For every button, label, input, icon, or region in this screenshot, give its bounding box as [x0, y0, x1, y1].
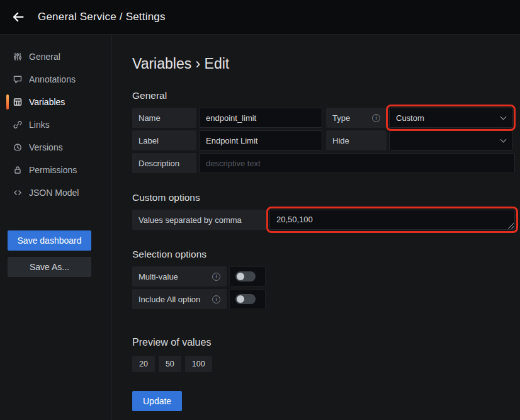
label-hide-row: Label Hide: [132, 130, 515, 150]
values-row: Values separated by comma 20,50,100: [132, 210, 515, 230]
sidebar-item-label: Variables: [29, 97, 65, 107]
sidebar-item-label: General: [29, 52, 60, 62]
description-row: Description: [132, 153, 515, 173]
link-icon: [13, 120, 23, 130]
sidebar-item-general[interactable]: General: [0, 45, 111, 68]
hide-select[interactable]: [389, 130, 512, 150]
info-icon[interactable]: [372, 114, 380, 122]
sidebar-item-versions[interactable]: Versions: [0, 136, 111, 159]
toggle-switch-icon: [235, 271, 256, 281]
page-breadcrumb-title: General Service / Settings: [38, 11, 166, 23]
section-heading-selection-options: Selection options: [132, 249, 515, 260]
table-icon: [13, 97, 23, 107]
arrow-left-icon: [11, 10, 25, 24]
label-input[interactable]: [199, 130, 322, 150]
section-heading-general: General: [132, 90, 515, 101]
type-label: Type: [326, 108, 387, 128]
sidebar-item-label: Permissions: [29, 165, 77, 175]
multi-value-toggle[interactable]: [229, 266, 266, 287]
preview-chip: 50: [159, 356, 181, 372]
section-heading-preview: Preview of values: [132, 337, 515, 348]
label-label: Label: [132, 130, 196, 150]
include-all-toggle[interactable]: [229, 289, 266, 309]
values-textarea-wrapper: 20,50,100: [269, 210, 515, 230]
update-button[interactable]: Update: [132, 391, 182, 411]
include-all-label: Include All option: [132, 289, 227, 309]
multi-value-label: Multi-value: [132, 266, 227, 287]
values-label: Values separated by comma: [132, 210, 267, 230]
toggle-switch-icon: [235, 294, 256, 304]
page-title: Variables › Edit: [132, 55, 515, 72]
comment-icon: [13, 74, 23, 84]
history-icon: [13, 142, 23, 152]
name-label: Name: [132, 108, 196, 128]
info-icon[interactable]: [212, 295, 220, 304]
include-all-row: Include All option: [132, 289, 515, 309]
name-type-row: Name Type Custom: [132, 108, 515, 128]
values-input[interactable]: 20,50,100: [269, 210, 515, 230]
name-input[interactable]: [199, 108, 322, 128]
info-icon[interactable]: [212, 273, 220, 281]
sidebar-item-label: JSON Model: [29, 188, 79, 198]
chevron-down-icon: [500, 114, 507, 120]
section-heading-custom-options: Custom options: [132, 192, 515, 203]
resize-grip-icon[interactable]: [507, 222, 514, 229]
lock-icon: [13, 165, 23, 175]
preview-chip: 20: [132, 356, 155, 372]
save-dashboard-button[interactable]: Save dashboard: [8, 230, 91, 251]
sidebar-item-label: Links: [29, 120, 50, 130]
chevron-down-icon: [500, 137, 507, 143]
sidebar-item-json-model[interactable]: JSON Model: [0, 181, 111, 204]
sidebar-item-annotations[interactable]: Annotations: [0, 68, 111, 91]
sidebar-item-links[interactable]: Links: [0, 113, 111, 136]
top-header: General Service / Settings: [0, 0, 520, 34]
variables-edit-panel: Variables › Edit General Name Type Custo…: [112, 34, 520, 420]
sliders-icon: [13, 52, 23, 62]
sidebar-item-label: Versions: [29, 142, 63, 152]
sidebar-item-variables[interactable]: Variables: [0, 91, 111, 113]
hide-label: Hide: [326, 130, 387, 150]
sidebar-item-permissions[interactable]: Permissions: [0, 159, 111, 181]
preview-values: 20 50 100: [132, 356, 515, 372]
description-label: Description: [132, 153, 196, 173]
preview-chip: 100: [185, 356, 212, 372]
multi-value-row: Multi-value: [132, 266, 515, 287]
sidebar-item-label: Annotations: [29, 74, 76, 84]
back-button[interactable]: [9, 8, 28, 26]
type-select[interactable]: Custom: [389, 108, 512, 128]
save-as-button[interactable]: Save As...: [8, 257, 91, 277]
code-icon: [13, 188, 23, 198]
description-input[interactable]: [199, 153, 515, 173]
settings-sidebar: General Annotations Variables Links: [0, 34, 112, 420]
type-select-wrapper: Custom: [389, 108, 512, 128]
